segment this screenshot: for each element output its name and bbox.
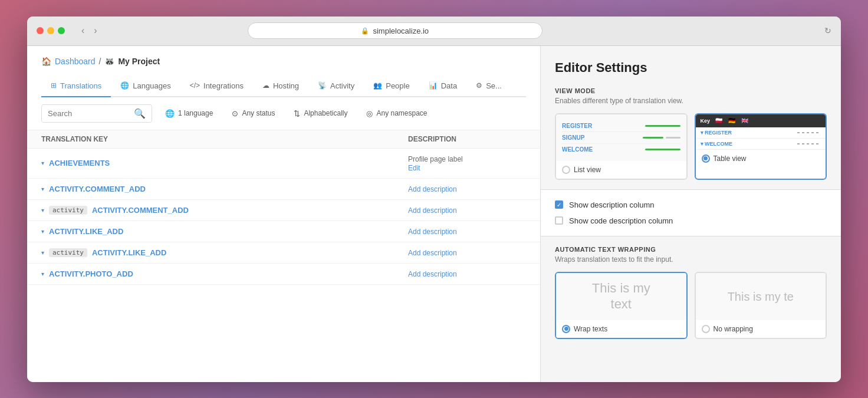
table-view-option[interactable]: Key 🇵🇱 🇩🇪 🇬🇧 ▾ REGISTER ▾ WELCOME [695, 113, 827, 180]
table-view-footer: Table view [696, 150, 826, 167]
key-column-header: Translation Key [41, 135, 408, 143]
home-icon: 🏠 [41, 57, 51, 66]
reload-button[interactable]: ↻ [824, 26, 831, 35]
squiggle [797, 132, 821, 133]
add-description-button[interactable]: Add description [408, 249, 457, 257]
description-cell: Profile page label Edit [408, 154, 526, 172]
tab-hosting[interactable]: ☁ Hosting [253, 75, 308, 97]
sort-filter-label: Alphabetically [304, 109, 347, 117]
flag-gb-icon: 🇬🇧 [741, 117, 749, 125]
description-cell: Add description [408, 185, 526, 193]
activity-icon: 📡 [318, 81, 327, 90]
add-description-button[interactable]: Add description [408, 270, 457, 278]
translation-key: ▾ ACTIVITY.PHOTO_ADD [41, 269, 408, 278]
flag-de-icon: 🇩🇪 [728, 117, 736, 125]
tab-languages[interactable]: 🌐 Languages [111, 75, 180, 97]
browser-toolbar: ‹ › 🔒 simplelocalize.io ↻ [27, 17, 841, 46]
chevron-down-icon[interactable]: ▾ [41, 228, 44, 235]
list-preview-row: SIGNUP [562, 132, 680, 144]
people-icon: 👥 [373, 81, 382, 90]
namespace-filter-icon: ◎ [366, 109, 373, 118]
tab-integrations[interactable]: </> Integrations [180, 75, 253, 97]
no-wrapping-radio[interactable] [702, 325, 710, 333]
project-name: My Project [118, 57, 160, 66]
tab-data-label: Data [441, 81, 457, 90]
language-filter-button[interactable]: 🌐 1 language [159, 106, 219, 121]
checkboxes-section: ✓ Show description column Show code desc… [541, 189, 841, 236]
translation-key: ▾ ACTIVITY.COMMENT_ADD [41, 185, 408, 193]
search-input-wrap[interactable]: 🔍 [41, 104, 152, 123]
no-wrapping-preview: This is my te [696, 273, 826, 320]
description-cell: Add description [408, 227, 526, 236]
no-wrapping-option[interactable]: This is my te No wrapping [695, 272, 827, 339]
flag-pl-icon: 🇵🇱 [715, 117, 723, 125]
list-view-label: List view [574, 166, 601, 174]
list-view-option[interactable]: REGISTER SIGNUP WELCOME [555, 113, 688, 180]
data-icon: 📊 [429, 81, 438, 90]
key-name: ACTIVITY.LIKE_ADD [49, 227, 123, 236]
show-description-checkbox[interactable]: ✓ [555, 200, 563, 209]
namespace-filter-button[interactable]: ◎ Any namespace [360, 106, 433, 121]
search-input[interactable] [48, 109, 130, 118]
list-preview-key: WELCOME [562, 146, 593, 153]
translations-table: Translation Key Description ▾ ACHIEVEMEN… [27, 130, 540, 382]
minimize-button[interactable] [47, 27, 54, 34]
tab-languages-label: Languages [133, 81, 170, 90]
no-wrapping-label: No wrapping [714, 325, 753, 333]
url-text: simplelocalize.io [373, 27, 429, 35]
namespace-badge: activity [49, 248, 87, 257]
hosting-icon: ☁ [262, 81, 269, 90]
tab-settings[interactable]: ⚙ Se... [466, 75, 511, 97]
sort-filter-icon: ⇅ [294, 109, 300, 118]
forward-button[interactable]: › [91, 23, 99, 38]
address-bar[interactable]: 🔒 simplelocalize.io [248, 22, 542, 39]
wrap-texts-label: Wrap texts [574, 325, 607, 333]
table-row: ▾ ACTIVITY.COMMENT_ADD Add description [27, 179, 540, 200]
sort-filter-button[interactable]: ⇅ Alphabetically [288, 106, 353, 121]
table-preview-key-label: Key [701, 118, 711, 124]
tab-data[interactable]: 📊 Data [419, 75, 466, 97]
progress-bar [645, 149, 680, 150]
show-code-description-checkbox[interactable] [555, 216, 563, 225]
project-emoji: 🦝 [104, 57, 114, 66]
radio-inner [703, 156, 708, 160]
nav-buttons: ‹ › [79, 23, 100, 38]
edit-description-button[interactable]: Edit [408, 164, 420, 172]
back-button[interactable]: ‹ [79, 23, 87, 38]
description-column-header: Description [408, 135, 526, 143]
wrap-texts-preview: This is mytext [556, 273, 686, 320]
add-description-button[interactable]: Add description [408, 185, 457, 193]
table-preview-header: Key 🇵🇱 🇩🇪 🇬🇧 [696, 114, 826, 127]
languages-icon: 🌐 [120, 81, 129, 90]
list-view-footer: List view [556, 161, 686, 179]
translation-key: ▾ activity ACTIVITY.COMMENT_ADD [41, 206, 408, 215]
maximize-button[interactable] [58, 27, 65, 34]
wrap-texts-footer: Wrap texts [556, 320, 686, 338]
close-button[interactable] [37, 27, 44, 34]
tab-translations[interactable]: ⊞ Translations [41, 75, 111, 97]
progress-bar-green [643, 137, 663, 139]
dashboard-link[interactable]: Dashboard [55, 57, 96, 66]
progress-bar [645, 125, 680, 127]
chevron-down-icon[interactable]: ▾ [41, 249, 44, 256]
chevron-down-icon[interactable]: ▾ [41, 160, 44, 166]
table-view-radio[interactable] [702, 154, 710, 163]
list-preview-row: WELCOME [562, 144, 680, 155]
view-mode-options: REGISTER SIGNUP WELCOME [555, 113, 827, 180]
breadcrumb: 🏠 Dashboard / 🦝 My Project [41, 57, 526, 66]
list-preview-key: SIGNUP [562, 134, 584, 141]
wrap-texts-radio[interactable] [562, 325, 570, 333]
status-filter-button[interactable]: ⊙ Any status [226, 106, 281, 121]
description-cell: Add description [408, 206, 526, 215]
add-description-button[interactable]: Add description [408, 228, 457, 236]
traffic-lights [37, 27, 65, 34]
chevron-down-icon[interactable]: ▾ [41, 207, 44, 213]
add-description-button[interactable]: Add description [408, 206, 457, 215]
tab-activity[interactable]: 📡 Activity [308, 75, 364, 97]
wrap-texts-option[interactable]: This is mytext Wrap texts [555, 272, 688, 339]
key-name: ACTIVITY.COMMENT_ADD [92, 206, 189, 215]
list-view-radio[interactable] [562, 166, 570, 174]
chevron-down-icon[interactable]: ▾ [41, 186, 44, 192]
chevron-down-icon[interactable]: ▾ [41, 271, 44, 277]
tab-people[interactable]: 👥 People [364, 75, 419, 97]
